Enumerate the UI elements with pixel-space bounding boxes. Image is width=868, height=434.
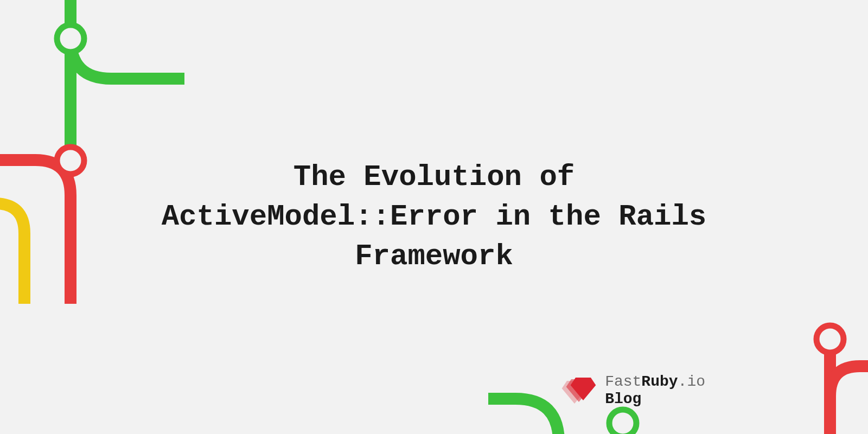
brand-ruby: Ruby bbox=[641, 373, 678, 390]
page-title: The Evolution of ActiveModel::Error in t… bbox=[136, 158, 732, 277]
ruby-icon bbox=[566, 378, 596, 404]
svg-point-3 bbox=[816, 326, 844, 353]
brand-io: .io bbox=[678, 373, 705, 390]
brand-text: FastRuby.io Blog bbox=[605, 373, 705, 408]
brand-logo: FastRuby.io Blog bbox=[566, 373, 705, 408]
svg-point-1 bbox=[57, 147, 84, 174]
brand-blog: Blog bbox=[605, 391, 705, 408]
svg-point-2 bbox=[609, 410, 636, 434]
svg-marker-6 bbox=[571, 378, 596, 400]
svg-point-0 bbox=[57, 25, 84, 52]
brand-fast: Fast bbox=[605, 373, 641, 390]
bottom-right-metro-decoration bbox=[488, 298, 868, 434]
